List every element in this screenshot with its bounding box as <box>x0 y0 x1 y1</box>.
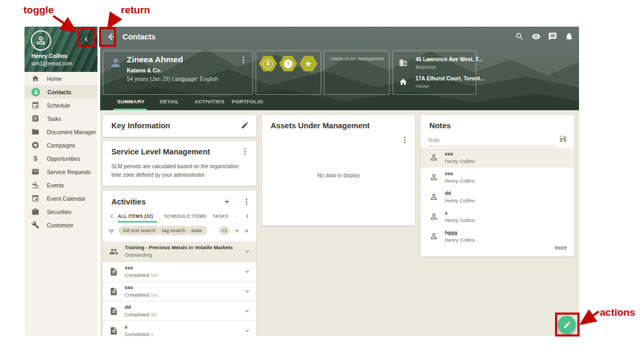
filter-chip[interactable]: full text search <box>118 226 160 235</box>
note-title: sss <box>445 151 453 157</box>
sidebar-item-label: Schedule <box>47 102 70 109</box>
activity-title: s <box>125 324 237 330</box>
assets-under-management-panel: Assets Under Management ⋮ No data to dis… <box>262 115 415 226</box>
contact-menu-kebab-icon[interactable]: ⋮ <box>240 56 247 63</box>
note-author: Henry Collins <box>445 217 475 223</box>
activity-title: Training - Precious Metals in Volatile M… <box>125 244 237 250</box>
sidebar-item-label: Campaigns <box>47 142 75 149</box>
chat-icon[interactable] <box>548 32 557 41</box>
slm-description: SLM periods are calculated based on the … <box>111 162 249 179</box>
more-filters-chip[interactable]: +1 <box>219 226 230 235</box>
activity-status-detail: sss <box>151 272 158 278</box>
contact-summary-card: Zineea Ahmed Katana & Co. 54 years (Jan … <box>103 51 253 95</box>
home-icon <box>31 75 39 83</box>
note-row[interactable]: sss Henry Collins <box>421 168 574 188</box>
activity-row[interactable]: s Completeds <box>103 321 256 336</box>
note-input[interactable] <box>427 134 556 146</box>
user-email: wm1@email.com <box>31 61 72 67</box>
key-information-card: Key Information <box>103 115 256 137</box>
filter-icon[interactable] <box>108 228 115 235</box>
note-row[interactable]: hggg Henry Collins <box>421 227 574 247</box>
person-icon <box>429 212 438 221</box>
sidebar-item-home[interactable]: Home <box>25 72 97 85</box>
bell-icon[interactable] <box>565 32 574 41</box>
sidebar-item-service-requests[interactable]: Service Requests <box>25 165 97 178</box>
tab-activities[interactable]: ACTIVITIES <box>194 98 224 104</box>
contact-hero: Contacts Zineea Ahmed Katana & Co. 54 ye… <box>100 27 579 110</box>
chevron-down-icon[interactable] <box>243 268 251 275</box>
activities-tab-schedule-items[interactable]: SCHEDULE ITEMS <box>164 214 206 219</box>
activity-row[interactable]: sss Completedsss <box>103 281 256 301</box>
sidebar-item-tasks[interactable]: Tasks <box>25 112 97 125</box>
eye-icon[interactable] <box>532 32 541 41</box>
card-title: Assets Under Management <box>271 121 370 130</box>
filter-chip[interactable]: state <box>186 226 207 235</box>
tab-summary[interactable]: SUMMARY <box>117 98 145 104</box>
contact-meta: 54 years (Jan 29) Language: English <box>127 76 218 82</box>
sidebar-item-campaigns[interactable]: Campaigns <box>25 138 97 152</box>
star-badge-icon: ★ <box>299 56 317 71</box>
chevron-down-icon[interactable] <box>243 327 251 334</box>
notes-more-link[interactable]: more <box>555 245 567 251</box>
sidebar-item-label: Securities <box>47 209 71 215</box>
filter-chip[interactable]: tag search <box>157 226 190 235</box>
activities-tab-all-items[interactable]: ALL ITEMS (32) <box>118 214 153 219</box>
sidebar-item-securities[interactable]: Securities <box>25 205 97 218</box>
address-type: Business <box>415 64 436 70</box>
save-note-icon[interactable] <box>559 135 567 143</box>
aum-menu-kebab-icon[interactable]: ⋮ <box>401 136 409 143</box>
scroll-right-icon[interactable] <box>243 212 251 220</box>
activities-tab-tasks[interactable]: TASKS <box>213 214 229 219</box>
scroll-left-icon[interactable] <box>108 212 116 220</box>
activity-title: dd <box>125 304 237 310</box>
sidebar-item-event-calendar[interactable]: Event Calendar <box>25 192 97 205</box>
sidebar-item-contacts[interactable]: Contacts <box>25 85 97 98</box>
person-icon <box>429 192 438 201</box>
sidebar-collapse-button[interactable] <box>79 32 93 46</box>
sidebar-item-document-manager[interactable]: Document Manager <box>25 125 97 138</box>
service-level-management-card: Service Level Management ⋮ SLM periods a… <box>103 141 256 186</box>
assets-under-management-card: Assets under management <box>324 51 389 95</box>
star-glyph: ★ <box>305 60 312 68</box>
clear-filters-icon[interactable]: × <box>244 227 249 235</box>
sidebar-item-label: Home <box>47 76 62 82</box>
notes-card: Notes sss Henry Collins sss Henry Collin… <box>421 115 574 257</box>
activity-status: Outstanding <box>125 252 152 258</box>
edit-pencil-icon[interactable] <box>241 121 249 129</box>
sidebar-item-opportunities[interactable]: $ Opportunities <box>25 152 97 165</box>
slm-menu-kebab-icon[interactable]: ⋮ <box>241 147 249 155</box>
active-tab-underline <box>113 109 146 110</box>
card-title: Service Level Management <box>111 147 210 156</box>
dollar-badge-icon: $ <box>259 56 277 71</box>
document-icon <box>109 326 118 335</box>
sidebar-item-schedule[interactable]: Schedule <box>25 98 97 112</box>
add-filter-icon[interactable]: + <box>235 227 239 235</box>
activity-status: Completed <box>125 272 149 278</box>
note-row[interactable]: dd Henry Collins <box>421 187 574 208</box>
activity-row[interactable]: dd Completeddd <box>103 301 256 321</box>
document-icon <box>109 267 118 276</box>
activities-filter-row: full text search tag search state +1 + × <box>103 226 256 242</box>
chevron-down-icon[interactable] <box>243 307 251 315</box>
sidebar-item-customize[interactable]: Customize <box>25 218 97 232</box>
activities-menu-kebab-icon[interactable]: ⋮ <box>243 198 250 205</box>
tab-portfolio[interactable]: PORTFOLIO <box>232 98 263 104</box>
sidebar-profile-header: Henry Collins wm1@email.com <box>25 27 97 72</box>
activity-row[interactable]: sss Completedsss <box>103 261 256 282</box>
addresses-card: 45 Lawrence Ave West, T... Business 17A … <box>393 51 476 95</box>
dollar-icon: $ <box>31 154 39 162</box>
activity-row[interactable]: Training - Precious Metals in Volatile M… <box>103 242 256 261</box>
tab-detail[interactable]: DETAIL <box>160 98 179 104</box>
activity-status-detail: dd <box>151 311 157 317</box>
search-icon[interactable] <box>515 32 524 41</box>
chevron-down-icon[interactable] <box>243 248 251 255</box>
note-row[interactable]: s Henry Collins <box>421 207 574 227</box>
add-activity-icon[interactable]: + <box>224 196 230 207</box>
chevron-down-icon[interactable] <box>243 288 251 295</box>
activity-status: Completed <box>125 311 149 317</box>
sidebar-item-events[interactable]: Events <box>25 178 97 192</box>
activity-status: Completed <box>125 292 149 298</box>
note-row[interactable]: sss Henry Collins <box>421 148 574 168</box>
topbar: Contacts <box>100 27 579 47</box>
chevron-left-icon <box>82 35 91 44</box>
